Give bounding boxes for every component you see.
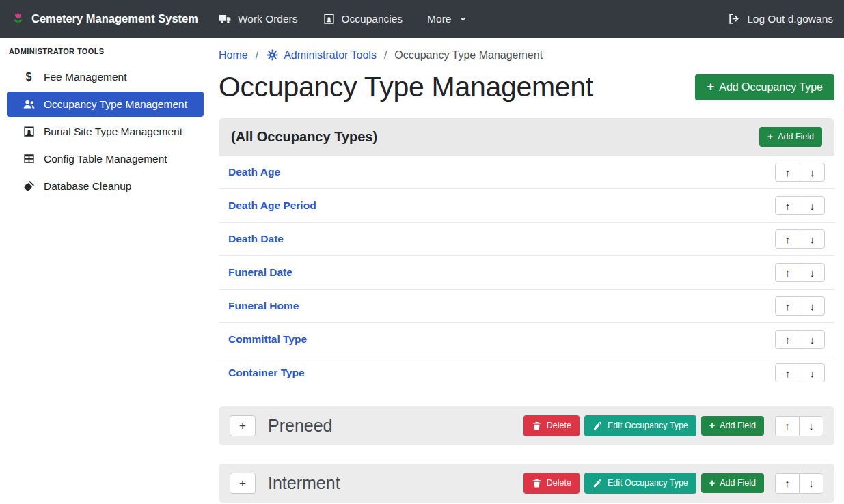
move-up-button[interactable]: ↑ <box>775 363 800 382</box>
pencil-icon <box>593 478 603 488</box>
move-up-button[interactable]: ↑ <box>775 163 800 182</box>
field-link-funeral-date[interactable]: Funeral Date <box>228 266 292 279</box>
main-content: Home / Administrator Tools / Occupancy T… <box>210 38 844 504</box>
sidebar-item-fee-management[interactable]: $ Fee Management <box>7 64 204 89</box>
field-row: Death Age ↑ ↓ <box>219 156 834 189</box>
arrow-up-icon: ↑ <box>785 267 791 279</box>
move-down-button[interactable]: ↓ <box>800 229 825 249</box>
brand-link[interactable]: Cemetery Management System <box>11 11 198 27</box>
edit-occupancy-type-button[interactable]: Edit Occupancy Type <box>584 415 696 436</box>
field-link-death-age[interactable]: Death Age <box>228 166 280 178</box>
move-up-button[interactable]: ↑ <box>775 229 800 249</box>
plus-icon: + <box>239 477 246 490</box>
page-layout: Administrator Tools $ Fee Management Occ… <box>0 38 844 504</box>
sidebar-item-label: Database Cleanup <box>44 180 131 193</box>
sidebar-item-database-cleanup[interactable]: Database Cleanup <box>7 173 204 199</box>
move-down-button[interactable]: ↓ <box>800 330 825 349</box>
field-row: Death Date ↑ ↓ <box>219 223 834 256</box>
plus-icon: + <box>239 419 246 433</box>
breadcrumb-admin-tools-link[interactable]: Administrator Tools <box>266 48 377 61</box>
all-occupancy-types-card: (All Occupancy Types) + Add Field Death … <box>219 118 834 389</box>
move-up-button[interactable]: ↑ <box>775 416 800 436</box>
arrow-down-icon: ↓ <box>810 367 815 379</box>
move-up-button[interactable]: ↑ <box>775 330 800 349</box>
move-down-button[interactable]: ↓ <box>800 196 825 215</box>
section-actions: Delete Edit Occupancy Type + Add Field ↑… <box>523 473 823 494</box>
field-link-committal-type[interactable]: Committal Type <box>228 333 307 346</box>
section-title: Preneed <box>268 416 333 436</box>
add-field-button[interactable]: + Add Field <box>759 127 822 147</box>
move-up-button[interactable]: ↑ <box>775 296 800 316</box>
reorder-group: ↑ ↓ <box>775 296 825 316</box>
move-down-button[interactable]: ↓ <box>800 163 825 182</box>
reorder-group: ↑ ↓ <box>775 229 825 249</box>
arrow-up-icon: ↑ <box>785 300 791 312</box>
dollar-icon: $ <box>21 71 36 83</box>
top-navbar: Cemetery Management System Work Orders O… <box>0 0 844 38</box>
logout-link[interactable]: Log Out d.gowans <box>728 12 833 25</box>
plus-icon: + <box>707 82 714 92</box>
arrow-down-icon: ↓ <box>810 267 815 279</box>
edit-occupancy-type-button[interactable]: Edit Occupancy Type <box>584 473 696 494</box>
sidebar-item-label: Burial Site Type Management <box>44 126 182 138</box>
expand-button[interactable]: + <box>230 473 256 494</box>
page-title: Occupancy Type Management <box>219 71 593 103</box>
field-row: Funeral Home ↑ ↓ <box>219 290 834 323</box>
sidebar-item-burial-site-type-management[interactable]: Burial Site Type Management <box>7 119 204 144</box>
arrow-down-icon: ↓ <box>810 334 815 346</box>
move-up-button[interactable]: ↑ <box>775 263 800 282</box>
sidebar-item-label: Fee Management <box>44 71 127 83</box>
breadcrumb-separator: / <box>256 49 258 61</box>
move-up-button[interactable]: ↑ <box>775 196 800 215</box>
field-link-death-date[interactable]: Death Date <box>228 233 284 245</box>
field-row: Funeral Date ↑ ↓ <box>219 256 834 290</box>
nav-item-more[interactable]: More <box>427 13 467 25</box>
arrow-down-icon: ↓ <box>810 300 815 312</box>
breadcrumb-current: Occupancy Type Management <box>394 49 543 61</box>
arrow-up-icon: ↑ <box>785 200 791 212</box>
card-title: (All Occupancy Types) <box>231 129 377 145</box>
nav-item-work-orders[interactable]: Work Orders <box>219 12 298 25</box>
nav-item-label: More <box>427 13 451 25</box>
delete-button[interactable]: Delete <box>523 415 580 436</box>
field-link-funeral-home[interactable]: Funeral Home <box>228 300 299 312</box>
move-down-button[interactable]: ↓ <box>800 363 825 382</box>
reorder-group: ↑ ↓ <box>775 263 825 282</box>
field-row: Committal Type ↑ ↓ <box>219 323 834 356</box>
section-title: Interment <box>268 473 340 493</box>
move-down-button[interactable]: ↓ <box>799 473 823 494</box>
truck-icon <box>219 12 232 25</box>
delete-button[interactable]: Delete <box>523 473 580 494</box>
card-header: (All Occupancy Types) + Add Field <box>219 118 834 156</box>
trash-icon <box>532 421 542 431</box>
move-down-button[interactable]: ↓ <box>800 263 825 282</box>
move-down-button[interactable]: ↓ <box>800 296 825 316</box>
expand-button[interactable]: + <box>230 415 256 436</box>
field-link-death-age-period[interactable]: Death Age Period <box>228 199 316 212</box>
sidebar-item-config-table-management[interactable]: Config Table Management <box>7 146 204 171</box>
breadcrumb-separator: / <box>384 49 387 61</box>
move-down-button[interactable]: ↓ <box>799 416 823 436</box>
pencil-icon <box>593 421 603 431</box>
nav-item-label: Occupancies <box>342 13 403 25</box>
add-field-button[interactable]: + Add Field <box>701 416 764 436</box>
delete-label: Delete <box>547 479 571 488</box>
plus-icon: + <box>709 479 715 488</box>
move-up-button[interactable]: ↑ <box>775 473 800 494</box>
nav-item-label: Work Orders <box>238 13 298 25</box>
arrow-down-icon: ↓ <box>808 420 814 432</box>
field-row: Container Type ↑ ↓ <box>219 356 834 389</box>
reorder-group: ↑ ↓ <box>775 163 825 182</box>
field-link-container-type[interactable]: Container Type <box>228 367 305 379</box>
arrow-down-icon: ↓ <box>810 167 815 178</box>
add-occupancy-type-button[interactable]: + Add Occupancy Type <box>695 74 834 100</box>
breadcrumb-home-link[interactable]: Home <box>219 49 248 61</box>
plus-icon: + <box>767 133 773 141</box>
breadcrumb: Home / Administrator Tools / Occupancy T… <box>219 48 834 61</box>
add-field-button[interactable]: + Add Field <box>701 473 764 493</box>
arrow-down-icon: ↓ <box>808 477 814 489</box>
breadcrumb-admin-tools-label: Administrator Tools <box>284 49 377 61</box>
sidebar-item-occupancy-type-management[interactable]: Occupancy Type Management <box>7 92 204 117</box>
add-field-label: Add Field <box>778 132 814 141</box>
nav-item-occupancies[interactable]: Occupancies <box>323 12 403 25</box>
